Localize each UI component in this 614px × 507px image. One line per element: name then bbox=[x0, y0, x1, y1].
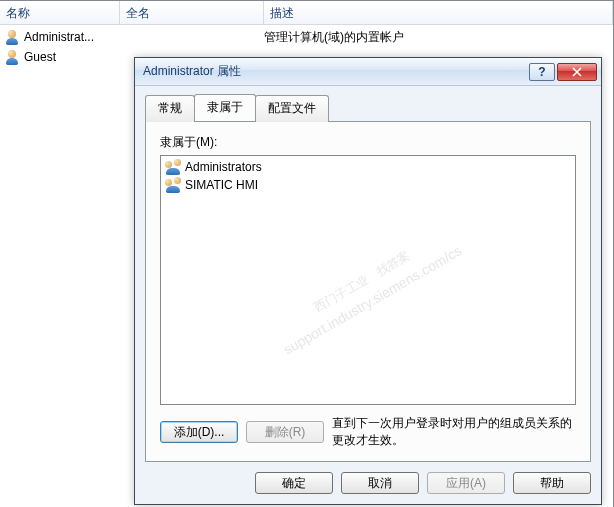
dialog-buttons: 确定 取消 应用(A) 帮助 bbox=[145, 472, 591, 494]
tab-profile[interactable]: 配置文件 bbox=[255, 95, 329, 122]
col-desc[interactable]: 描述 bbox=[264, 1, 613, 24]
user-row[interactable]: Administrat... 管理计算机(域)的内置帐户 bbox=[0, 27, 613, 47]
list-header: 名称 全名 描述 bbox=[0, 1, 613, 25]
list-item[interactable]: SIMATIC HMI bbox=[163, 176, 573, 194]
user-name: Administrat... bbox=[24, 30, 94, 44]
user-desc: 管理计算机(域)的内置帐户 bbox=[264, 29, 609, 46]
tab-memberof[interactable]: 隶属于 bbox=[194, 94, 256, 121]
ok-button[interactable]: 确定 bbox=[255, 472, 333, 494]
group-name: SIMATIC HMI bbox=[185, 178, 258, 192]
user-icon bbox=[4, 29, 20, 45]
memberof-label: 隶属于(M): bbox=[160, 134, 576, 151]
tab-panel-memberof: 西门子工业 找答案 support.industry.siemens.com/c… bbox=[145, 121, 591, 462]
help-button[interactable]: ? bbox=[529, 63, 555, 81]
note-text: 直到下一次用户登录时对用户的组成员关系的更改才生效。 bbox=[332, 415, 576, 449]
close-button[interactable] bbox=[557, 63, 597, 81]
col-name[interactable]: 名称 bbox=[0, 1, 120, 24]
titlebar[interactable]: Administrator 属性 ? bbox=[135, 58, 601, 86]
cancel-button[interactable]: 取消 bbox=[341, 472, 419, 494]
add-button[interactable]: 添加(D)... bbox=[160, 421, 238, 443]
group-name: Administrators bbox=[185, 160, 262, 174]
col-fullname[interactable]: 全名 bbox=[120, 1, 264, 24]
remove-button[interactable]: 删除(R) bbox=[246, 421, 324, 443]
close-icon bbox=[572, 67, 582, 77]
groups-listbox[interactable]: Administrators SIMATIC HMI bbox=[160, 155, 576, 405]
user-name: Guest bbox=[24, 50, 56, 64]
user-icon bbox=[4, 49, 20, 65]
group-icon bbox=[165, 177, 181, 193]
properties-dialog: Administrator 属性 ? 常规 隶属于 配置文件 西门子工业 找答案… bbox=[134, 57, 602, 505]
list-item[interactable]: Administrators bbox=[163, 158, 573, 176]
help-dialog-button[interactable]: 帮助 bbox=[513, 472, 591, 494]
tab-general[interactable]: 常规 bbox=[145, 95, 195, 122]
tab-strip: 常规 隶属于 配置文件 bbox=[145, 94, 591, 121]
apply-button[interactable]: 应用(A) bbox=[427, 472, 505, 494]
group-icon bbox=[165, 159, 181, 175]
dialog-title: Administrator 属性 bbox=[143, 63, 527, 80]
